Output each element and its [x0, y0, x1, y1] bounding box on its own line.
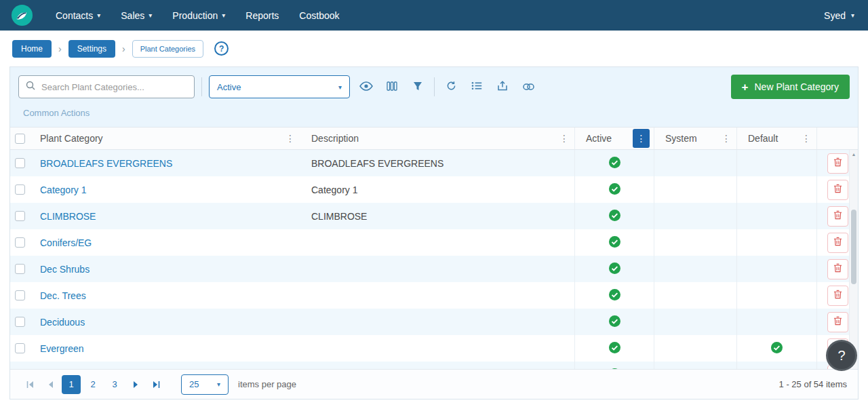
- new-plant-category-label: New Plant Category: [754, 81, 839, 92]
- last-page-button[interactable]: [147, 376, 165, 393]
- row-checkbox[interactable]: [15, 184, 25, 195]
- nav-item-label: Contacts: [56, 10, 93, 21]
- new-plant-category-button[interactable]: + New Plant Category: [731, 75, 850, 99]
- previous-page-button[interactable]: [41, 376, 59, 393]
- row-checkbox-cell: [10, 203, 29, 229]
- trash-icon: [833, 237, 842, 248]
- export-icon: [498, 81, 507, 93]
- delete-button[interactable]: [827, 286, 848, 306]
- delete-button[interactable]: [827, 312, 848, 332]
- column-chooser-button[interactable]: [382, 77, 401, 96]
- row-checkbox-cell: [10, 335, 29, 362]
- plant-category-link[interactable]: Evergreen: [40, 343, 84, 354]
- next-page-button[interactable]: [127, 376, 144, 393]
- system-cell: [654, 150, 736, 176]
- row-checkbox[interactable]: [15, 211, 25, 221]
- nav-item-reports[interactable]: Reports: [235, 0, 289, 31]
- active-cell: [574, 309, 654, 335]
- breadcrumb: Home › Settings › Plant Categories ?: [0, 31, 868, 66]
- row-checkbox[interactable]: [15, 158, 25, 168]
- nav-item-production[interactable]: Production ▾: [162, 0, 235, 31]
- row-checkbox[interactable]: [15, 237, 25, 248]
- trash-icon: [833, 157, 842, 169]
- plant-category-link[interactable]: BROADLEAFS EVERGREENS: [40, 158, 172, 169]
- table-row: Deciduous: [10, 309, 858, 335]
- plant-category-link[interactable]: Dec Shrubs: [40, 264, 90, 275]
- trash-icon: [833, 210, 842, 222]
- column-header-description: Description ⋮: [300, 128, 574, 149]
- row-checkbox[interactable]: [15, 290, 25, 300]
- delete-button[interactable]: [827, 259, 848, 279]
- delete-button[interactable]: [827, 233, 848, 253]
- system-cell: [654, 282, 736, 309]
- delete-button[interactable]: [827, 153, 848, 174]
- description-cell: Category 1: [300, 176, 574, 203]
- page-button-2[interactable]: 2: [83, 375, 102, 394]
- filter-button[interactable]: [408, 77, 427, 96]
- delete-button[interactable]: [827, 206, 848, 227]
- help-icon[interactable]: ?: [214, 41, 229, 56]
- default-cell: [736, 150, 816, 176]
- column-menu-icon[interactable]: ⋮: [558, 133, 570, 144]
- nav-item-contacts[interactable]: Contacts ▾: [45, 0, 111, 31]
- active-cell: [574, 256, 654, 282]
- nav-item-sales[interactable]: Sales ▾: [111, 0, 162, 31]
- default-cell: [736, 282, 816, 309]
- table-scrollbar[interactable]: ▲: [849, 150, 858, 369]
- table-row: BROADLEAFS EVERGREENSBROADLEAFS EVERGREE…: [10, 150, 858, 176]
- active-check-icon: [771, 342, 783, 355]
- row-checkbox-cell: [10, 150, 29, 176]
- breadcrumb-settings[interactable]: Settings: [68, 40, 115, 58]
- plant-category-link[interactable]: CLIMBROSE: [40, 211, 96, 222]
- scrollbar-thumb[interactable]: [851, 210, 856, 284]
- page-size-select[interactable]: 25 ▾: [181, 374, 229, 395]
- search-icon: [26, 81, 35, 93]
- row-checkbox[interactable]: [15, 343, 25, 353]
- link-button[interactable]: [519, 77, 538, 96]
- nav-item-costbook[interactable]: Costbook: [289, 0, 349, 31]
- select-all-checkbox[interactable]: [15, 134, 25, 144]
- row-checkbox[interactable]: [15, 317, 25, 327]
- refresh-button[interactable]: [441, 77, 460, 96]
- chevron-down-icon: ▾: [149, 12, 152, 19]
- toolbar: Active ▾: [10, 67, 858, 102]
- page-size-value: 25: [189, 379, 199, 389]
- nav-item-label: Costbook: [299, 10, 339, 21]
- app-logo-icon[interactable]: [11, 4, 33, 26]
- status-filter-select[interactable]: Active ▾: [209, 75, 350, 98]
- column-header-actions: [816, 128, 858, 149]
- plant-category-cell: Dec Shrubs: [29, 256, 300, 282]
- column-menu-icon[interactable]: ⋮: [720, 133, 732, 144]
- page-button-3[interactable]: 3: [105, 375, 124, 394]
- description-cell: [300, 335, 574, 362]
- delete-button[interactable]: [827, 180, 848, 200]
- plant-category-link[interactable]: Dec. Trees: [40, 290, 86, 301]
- first-page-button[interactable]: [21, 376, 39, 393]
- row-checkbox[interactable]: [15, 264, 25, 274]
- column-header-system: System ⋮: [654, 128, 736, 149]
- plant-category-cell: Deciduous: [29, 309, 300, 335]
- row-checkbox-cell: [10, 362, 29, 369]
- breadcrumb-home[interactable]: Home: [12, 40, 52, 58]
- plant-categories-panel: Active ▾: [9, 66, 859, 400]
- common-actions-link[interactable]: Common Actions: [23, 108, 90, 118]
- column-menu-icon-active[interactable]: ⋮: [633, 129, 650, 148]
- visibility-button[interactable]: [357, 77, 376, 96]
- user-menu[interactable]: Syed ▾: [821, 10, 857, 21]
- column-menu-icon[interactable]: ⋮: [284, 133, 296, 144]
- export-button[interactable]: [493, 77, 512, 96]
- plant-category-link[interactable]: Deciduous: [40, 317, 85, 328]
- help-fab[interactable]: ?: [826, 340, 857, 371]
- page-button-1[interactable]: 1: [62, 375, 81, 394]
- plant-category-link[interactable]: Category 1: [40, 184, 86, 195]
- breadcrumb-plant-categories[interactable]: Plant Categories: [132, 40, 203, 58]
- column-menu-icon[interactable]: ⋮: [800, 133, 812, 144]
- link-icon: [523, 82, 534, 92]
- breadcrumb-separator: ›: [58, 43, 62, 54]
- breadcrumb-separator: ›: [122, 43, 125, 54]
- search-input[interactable]: [41, 82, 187, 92]
- plant-category-link[interactable]: Conifers/EG: [40, 237, 92, 248]
- user-name: Syed: [824, 10, 846, 21]
- scroll-up-icon[interactable]: ▲: [850, 152, 858, 157]
- list-view-button[interactable]: [467, 77, 486, 96]
